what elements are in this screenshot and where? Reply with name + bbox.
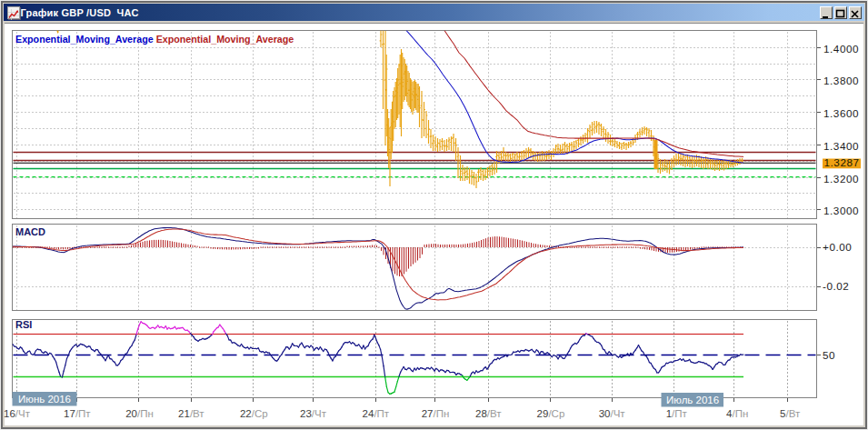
svg-text:1.3200: 1.3200 — [823, 173, 859, 185]
svg-text:1/Пт: 1/Пт — [666, 408, 688, 419]
svg-text:28/Вт: 28/Вт — [475, 408, 502, 419]
svg-text:+0.00: +0.00 — [823, 241, 852, 253]
svg-text:1.3287: 1.3287 — [824, 156, 860, 168]
svg-text:1.4000: 1.4000 — [823, 43, 859, 55]
svg-text:MACD: MACD — [15, 226, 45, 237]
svg-text:50: 50 — [823, 349, 835, 361]
svg-text:1.3000: 1.3000 — [823, 205, 859, 216]
svg-text:1.3400: 1.3400 — [823, 140, 859, 152]
svg-text:20/Пн: 20/Пн — [125, 408, 154, 419]
svg-text:Июль 2016: Июль 2016 — [666, 395, 719, 405]
svg-text:24/Пт: 24/Пт — [363, 408, 390, 419]
svg-text:RSI: RSI — [15, 319, 32, 330]
svg-text:16/Чт: 16/Чт — [4, 408, 31, 419]
svg-text:22/Ср: 22/Ср — [240, 408, 268, 419]
svg-text:1.3800: 1.3800 — [823, 75, 859, 86]
svg-text:-0.02: -0.02 — [823, 280, 849, 292]
svg-text:27/Пн: 27/Пн — [422, 408, 450, 419]
svg-text:29/Ср: 29/Ср — [537, 408, 565, 419]
svg-text:17/Пт: 17/Пт — [64, 408, 91, 419]
svg-text:21/Вт: 21/Вт — [178, 408, 205, 419]
svg-text:Exponential_Moving_Average Exp: Exponential_Moving_Average Exponential_M… — [15, 34, 294, 45]
svg-text:Июнь 2016: Июнь 2016 — [18, 394, 71, 405]
svg-text:1.3600: 1.3600 — [823, 107, 859, 119]
svg-text:5/Вт: 5/Вт — [780, 408, 801, 419]
svg-text:23/Чт: 23/Чт — [300, 408, 327, 419]
svg-text:4/Пн: 4/Пн — [726, 408, 748, 419]
svg-text:30/Чт: 30/Чт — [599, 408, 626, 419]
